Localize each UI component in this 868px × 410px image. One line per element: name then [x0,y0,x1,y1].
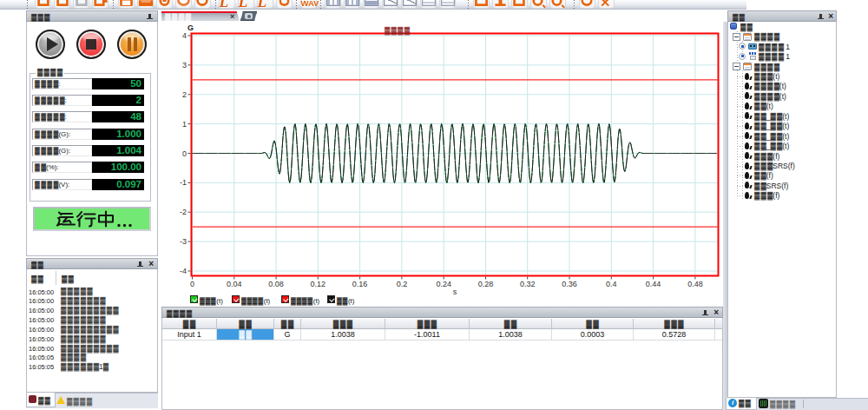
svg-text:0.2: 0.2 [397,280,408,288]
svg-text:0.36: 0.36 [562,280,577,288]
svg-text:0.08: 0.08 [268,280,284,288]
svg-text:0.28: 0.28 [478,280,494,288]
svg-text:4: 4 [182,31,187,40]
svg-text:-3: -3 [180,237,187,246]
svg-text:2: 2 [182,90,187,99]
svg-text:0.4: 0.4 [606,280,617,288]
svg-text:0.32: 0.32 [520,280,536,288]
svg-text:0: 0 [182,149,187,158]
svg-text:0.12: 0.12 [311,280,326,288]
svg-text:1: 1 [182,120,187,129]
svg-text:0: 0 [190,280,194,288]
svg-text:s: s [453,288,457,296]
svg-text:0.04: 0.04 [227,280,242,288]
svg-text:3: 3 [182,61,187,69]
svg-text:0.16: 0.16 [352,280,368,288]
svg-text:0.48: 0.48 [687,280,703,288]
svg-text:G: G [187,23,194,32]
svg-text:0.24: 0.24 [436,280,451,288]
svg-text:-4: -4 [180,267,187,275]
svg-text:0.44: 0.44 [646,280,661,288]
svg-text:-2: -2 [180,208,187,216]
svg-text:-1: -1 [180,178,187,187]
